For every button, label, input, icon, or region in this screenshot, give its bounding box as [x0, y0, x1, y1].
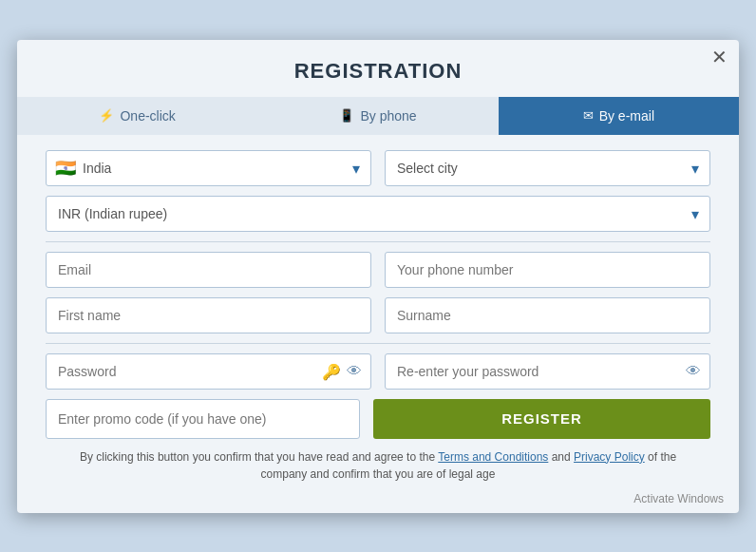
reenter-password-input[interactable]: [385, 353, 710, 390]
tab-by-phone-label: By phone: [360, 108, 416, 124]
surname-field-wrapper: [385, 297, 710, 333]
terms-link[interactable]: Terms and Conditions: [438, 450, 548, 464]
row-currency: INR (Indian rupee) USD (US Dollar) EUR (…: [46, 196, 710, 232]
reenter-password-field-wrapper: 👁: [385, 353, 710, 390]
phone-icon: 📱: [339, 108, 354, 123]
password-field-wrapper: 🔑 👁: [46, 353, 371, 390]
modal-title: REGISTRATION: [17, 40, 739, 97]
currency-select[interactable]: INR (Indian rupee) USD (US Dollar) EUR (…: [46, 196, 710, 232]
row-name: [46, 297, 710, 333]
tab-one-click[interactable]: ⚡ One-click: [17, 97, 257, 135]
email-field-wrapper: [46, 252, 371, 288]
email-icon: ✉: [583, 108, 594, 123]
password-icons[interactable]: 🔑 👁: [322, 362, 362, 380]
reenter-eye-icon-wrapper[interactable]: 👁: [686, 363, 701, 380]
register-button[interactable]: REGISTER: [373, 399, 710, 439]
phone-field-wrapper: [385, 252, 710, 288]
email-input[interactable]: [46, 252, 371, 288]
modal-overlay: ✕ REGISTRATION ⚡ One-click 📱 By phone ✉ …: [0, 0, 756, 552]
surname-input[interactable]: [385, 297, 710, 333]
tab-one-click-label: One-click: [120, 108, 175, 124]
first-name-input[interactable]: [46, 297, 371, 333]
first-name-field-wrapper: [46, 297, 371, 333]
divider-2: [46, 343, 710, 344]
row-country-city: 🇮🇳 India USA UK Select city Mumbai Delhi: [46, 150, 710, 186]
reenter-eye-icon[interactable]: 👁: [686, 363, 701, 380]
row-password: 🔑 👁 👁: [46, 353, 710, 390]
windows-activation-bar: Activate Windows: [633, 492, 724, 505]
privacy-link[interactable]: Privacy Policy: [574, 450, 645, 464]
form-body: 🇮🇳 India USA UK Select city Mumbai Delhi: [17, 135, 739, 498]
currency-field: INR (Indian rupee) USD (US Dollar) EUR (…: [46, 196, 710, 232]
disclaimer-and: and: [552, 450, 574, 464]
row-promo-register: REGISTER: [46, 399, 710, 439]
tab-by-email[interactable]: ✉ By e-mail: [499, 97, 739, 135]
promo-field-wrapper: [46, 399, 360, 439]
divider-1: [46, 241, 710, 242]
close-button[interactable]: ✕: [711, 48, 728, 67]
city-field: Select city Mumbai Delhi: [385, 150, 710, 186]
tab-bar: ⚡ One-click 📱 By phone ✉ By e-mail: [17, 97, 739, 135]
disclaimer: By clicking this button you confirm that…: [46, 448, 710, 483]
key-icon: 🔑: [322, 362, 341, 380]
tab-by-email-label: By e-mail: [599, 108, 654, 124]
tab-by-phone[interactable]: 📱 By phone: [257, 97, 498, 135]
phone-input[interactable]: [385, 252, 710, 288]
lightning-icon: ⚡: [99, 108, 114, 123]
promo-code-input[interactable]: [46, 399, 360, 439]
eye-icon[interactable]: 👁: [347, 362, 362, 380]
row-email-phone: [46, 252, 710, 288]
city-select[interactable]: Select city Mumbai Delhi: [385, 150, 710, 186]
country-field: 🇮🇳 India USA UK: [46, 150, 371, 186]
country-select[interactable]: India USA UK: [46, 150, 371, 186]
registration-modal: ✕ REGISTRATION ⚡ One-click 📱 By phone ✉ …: [17, 40, 739, 513]
disclaimer-text: By clicking this button you confirm that…: [80, 450, 435, 464]
